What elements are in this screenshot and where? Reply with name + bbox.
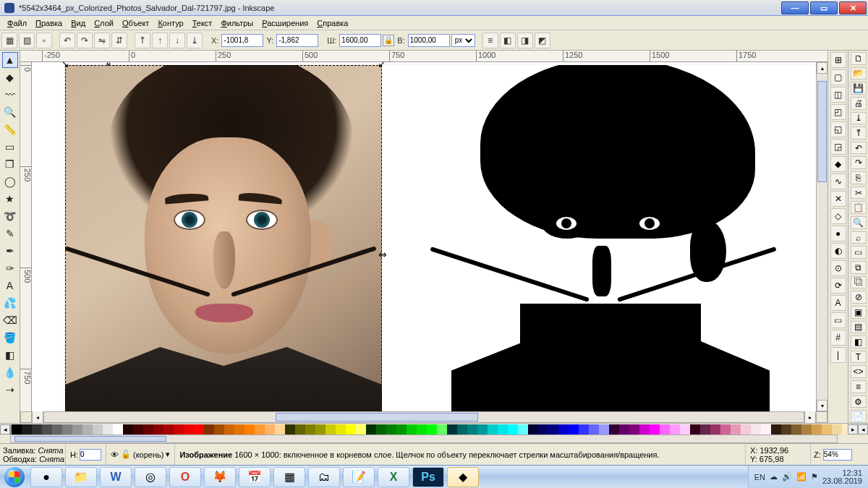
swatch[interactable] [791,424,801,435]
h-input[interactable] [408,34,450,47]
swatch[interactable] [143,424,153,435]
scrollbar-horizontal[interactable] [43,411,804,423]
close-button[interactable]: ✕ [839,1,867,14]
snap-bbox-midpoint[interactable]: ◱ [830,121,846,137]
affect-corners-btn[interactable]: ◧ [500,33,516,48]
swatch[interactable] [751,424,761,435]
swatch[interactable] [204,424,214,435]
scale-handle-n[interactable]: ⇕ [104,62,113,67]
swatch[interactable] [670,424,680,435]
raise-top-btn[interactable]: ⤒ [135,33,150,48]
swatch[interactable] [822,424,832,435]
pencil-tool[interactable]: ✎ [2,226,18,241]
swatch[interactable] [437,424,447,435]
ellipse-tool[interactable]: ◯ [2,174,18,189]
tray-lang[interactable]: EN [754,473,765,481]
scrollbar-vertical[interactable]: ▴ ▾ [816,62,827,411]
affect-stroke-btn[interactable]: ≡ [482,33,498,48]
swatch[interactable] [12,424,22,435]
scroll-right-btn[interactable]: ▸ [804,411,816,423]
swatch[interactable] [386,424,396,435]
rotate-cw-btn[interactable]: ↷ [77,33,93,48]
flip-h-btn[interactable]: ⇋ [94,33,110,48]
swatch[interactable] [133,424,143,435]
swatch[interactable] [194,424,204,435]
swatch[interactable] [326,424,336,435]
task-calendar[interactable]: 📅 [239,467,271,487]
group-btn[interactable]: ▣ [851,306,867,319]
zoom-page-btn[interactable]: ▭ [851,246,867,259]
swatch[interactable] [305,424,315,435]
swatch[interactable] [93,424,103,435]
system-tray[interactable]: EN ☁ 🔊 📶 ⚑ 12:31 23.08.2019 [748,466,868,488]
task-chrome[interactable]: ◎ [135,467,166,487]
doc-props-btn[interactable]: 📄 [851,410,867,423]
swatch[interactable] [710,424,720,435]
spray-tool[interactable]: 💦 [2,295,18,311]
snap-smooth[interactable]: ● [830,226,846,241]
swatch[interactable] [842,424,848,435]
task-firefox[interactable]: 🦊 [204,467,236,487]
swatch[interactable] [761,424,771,435]
x-input[interactable] [221,34,263,47]
swatch[interactable] [660,424,670,435]
menu-текст[interactable]: Текст [188,17,217,29]
swatch[interactable] [32,424,42,435]
snap-bbox-edge[interactable]: ◫ [830,87,846,103]
swatch[interactable] [771,424,781,435]
swatch[interactable] [346,424,356,435]
unit-select[interactable]: px [451,34,475,47]
clone-btn[interactable]: ⿻ [851,276,867,289]
swatch[interactable] [781,424,791,435]
spiral-tool[interactable]: ➰ [2,208,18,224]
task-excel[interactable]: X [378,467,409,487]
prefs-btn[interactable]: ⚙ [851,395,867,408]
swatch[interactable] [417,424,427,435]
tray-network-icon[interactable]: 📶 [796,472,807,481]
swatch[interactable] [356,424,366,435]
swatch[interactable] [812,424,822,435]
dropper-tool[interactable]: 💧 [2,364,18,380]
snap-center[interactable]: ⊙ [830,260,846,276]
swatch[interactable] [407,424,417,435]
swatch[interactable] [609,424,619,435]
swatch[interactable] [629,424,639,435]
lower-btn[interactable]: ↓ [169,33,185,48]
ungroup-btn[interactable]: ▤ [851,321,867,334]
task-explorer[interactable]: 📁 [65,467,97,487]
swatch[interactable] [700,424,710,435]
swatch[interactable] [720,424,731,435]
menu-расширения[interactable]: Расширения [258,17,312,29]
swatch[interactable] [801,424,812,435]
affect-pattern-btn[interactable]: ◩ [535,33,550,48]
swatch[interactable] [457,424,467,435]
redo-btn[interactable]: ↷ [851,156,867,169]
canvas[interactable]: ↘ ⇕ ↙ ⇔ [32,62,816,411]
swatch[interactable] [163,424,174,435]
swatch[interactable] [548,424,558,435]
swatch[interactable] [528,424,538,435]
swatch[interactable] [244,424,255,435]
menu-контур[interactable]: Контур [153,17,187,29]
swatch[interactable] [174,424,184,435]
gradient-tool[interactable]: ◧ [2,347,18,363]
swatch[interactable] [447,424,457,435]
swatch[interactable] [427,424,437,435]
swatch[interactable] [285,424,295,435]
xml-btn[interactable]: <> [851,365,867,378]
snap-guide[interactable]: | [830,347,846,363]
menu-правка[interactable]: Правка [31,17,67,29]
undo-btn[interactable]: ↶ [851,142,867,155]
layer-name[interactable]: (корень) [133,450,163,459]
maximize-button[interactable]: ▭ [810,1,838,14]
snap-grid[interactable]: # [830,330,846,346]
menu-вид[interactable]: Вид [67,17,90,29]
text-dialog-btn[interactable]: T [851,351,867,364]
swatch[interactable] [123,424,133,435]
paste-btn[interactable]: 📋 [851,201,867,214]
fill-stroke-btn[interactable]: ◧ [851,335,867,348]
scroll-down-btn[interactable]: ▾ [817,400,827,411]
snap-midpoint[interactable]: ◐ [830,243,846,259]
snap-bbox-center[interactable]: ◲ [830,139,846,155]
palette-scroll-thumb[interactable] [14,436,166,442]
